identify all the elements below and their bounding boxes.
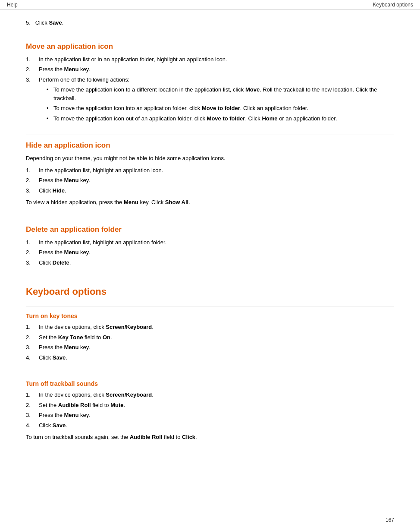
step-text: Press the Menu key. xyxy=(39,248,394,257)
step-2: 2. Set the Key Tone field to On. xyxy=(26,333,394,342)
step-num: 4. xyxy=(26,353,39,362)
section-title-delete-app-folder: Delete an application folder xyxy=(26,225,394,234)
step-num: 3. xyxy=(26,76,39,84)
menu-bold: Menu xyxy=(64,249,79,256)
step-4: 4. Click Save. xyxy=(26,421,394,430)
step-num: 2. xyxy=(26,65,39,74)
hide-app-icon-steps: 1. In the application list, highlight an… xyxy=(26,166,394,195)
page-header: Help Keyboard options xyxy=(0,0,420,10)
subsection-title-key-tones: Turn on key tones xyxy=(26,312,394,319)
on-bold: On xyxy=(103,334,110,341)
bullet-2: • To move the application icon into an a… xyxy=(47,104,394,113)
hide-bold: Hide xyxy=(53,187,65,194)
page-number: 167 xyxy=(386,517,394,523)
step-4: 4. Click Save. xyxy=(26,353,394,362)
step-num: 3. xyxy=(26,186,39,195)
step-3: 3. Press the Menu key. xyxy=(26,411,394,420)
hide-icon-note: Depending on your theme, you might not b… xyxy=(26,154,394,163)
step-num: 1. xyxy=(26,55,39,64)
subsection-trackball-sounds: Turn off trackball sounds 1. In the devi… xyxy=(26,380,394,442)
screen-keyboard-bold: Screen/Keyboard xyxy=(106,391,152,398)
step-3: 3. Click Delete. xyxy=(26,259,394,267)
section-divider-3 xyxy=(26,219,394,219)
bullet-marker: • xyxy=(47,114,53,123)
step-1: 1. In the device options, click Screen/K… xyxy=(26,391,394,399)
step-2: 2. Press the Menu key. xyxy=(26,65,394,74)
step-text: Set the Audible Roll field to Mute. xyxy=(39,401,394,410)
subsection-key-tones: Turn on key tones 1. In the device optio… xyxy=(26,312,394,362)
move-app-icon-bullets: • To move the application icon to a diff… xyxy=(47,85,394,123)
move-bold: Move xyxy=(245,86,260,93)
menu-bold: Menu xyxy=(64,66,79,73)
section-delete-app-folder: Delete an application folder 1. In the a… xyxy=(26,225,394,267)
hide-icon-footer-note: To view a hidden application, press the … xyxy=(26,198,394,207)
step-num: 1. xyxy=(26,391,39,399)
step-text: Click Hide. xyxy=(39,186,394,195)
step-num: 3. xyxy=(26,259,39,267)
step-num: 3. xyxy=(26,411,39,420)
bullet-marker: • xyxy=(47,104,53,113)
show-all-bold: Show All xyxy=(165,199,188,205)
key-tones-steps: 1. In the device options, click Screen/K… xyxy=(26,323,394,362)
section-divider-4 xyxy=(26,279,394,279)
bullet-1: • To move the application icon to a diff… xyxy=(47,85,394,102)
step-num: 1. xyxy=(26,166,39,175)
menu-bold: Menu xyxy=(64,412,79,418)
move-to-folder-bold-2: Move to folder xyxy=(207,115,245,122)
bullet-marker: • xyxy=(47,85,53,102)
step-num: 2. xyxy=(26,248,39,257)
keyboard-options-title: Keyboard options xyxy=(26,286,394,297)
intro-save-bold: Save xyxy=(49,19,62,26)
mute-bold: Mute xyxy=(110,402,123,408)
subsection-title-trackball-sounds: Turn off trackball sounds xyxy=(26,380,394,387)
section-divider-6 xyxy=(26,374,394,374)
audible-roll-bold: Audible Roll xyxy=(58,402,91,408)
save-bold: Save xyxy=(53,354,66,361)
step-text: Press the Menu key. xyxy=(39,343,394,352)
step-text: In the device options, click Screen/Keyb… xyxy=(39,323,394,331)
step-3: 3. Press the Menu key. xyxy=(26,343,394,352)
step-1: 1. In the device options, click Screen/K… xyxy=(26,323,394,331)
menu-bold: Menu xyxy=(64,177,79,183)
screen-keyboard-bold: Screen/Keyboard xyxy=(106,324,152,330)
key-tone-bold: Key Tone xyxy=(58,334,83,341)
delete-app-folder-steps: 1. In the application list, highlight an… xyxy=(26,238,394,267)
step-2: 2. Set the Audible Roll field to Mute. xyxy=(26,401,394,410)
step-1: 1. In the application list, highlight an… xyxy=(26,166,394,175)
step-1: 1. In the application list or in an appl… xyxy=(26,55,394,64)
intro-step-num: 5. xyxy=(26,19,31,26)
step-text: Click Save. xyxy=(39,353,394,362)
keyboard-options-section: Keyboard options Turn on key tones 1. In… xyxy=(26,286,394,442)
section-title-hide-app-icon: Hide an application icon xyxy=(26,141,394,150)
section-divider-1 xyxy=(26,36,394,36)
click-bold: Click xyxy=(182,434,195,440)
header-right: Keyboard options xyxy=(373,2,413,8)
page-content: 5. Click Save. Move an application icon … xyxy=(0,10,420,471)
move-to-folder-bold: Move to folder xyxy=(202,105,240,111)
step-num: 1. xyxy=(26,323,39,331)
step-num: 4. xyxy=(26,421,39,430)
step-num: 3. xyxy=(26,343,39,352)
step-text: In the device options, click Screen/Keyb… xyxy=(39,391,394,399)
home-bold: Home xyxy=(262,115,277,122)
step-text: Click Delete. xyxy=(39,259,394,267)
section-hide-app-icon: Hide an application icon Depending on yo… xyxy=(26,141,394,207)
step-text: Press the Menu key. xyxy=(39,65,394,74)
header-left: Help xyxy=(7,2,18,8)
section-title-move-app-icon: Move an application icon xyxy=(26,42,394,51)
audible-roll-bold: Audible Roll xyxy=(130,434,163,440)
section-divider-5 xyxy=(26,306,394,306)
step-text: Perform one of the following actions: xyxy=(39,76,394,84)
step-2: 2. Press the Menu key. xyxy=(26,248,394,257)
menu-bold: Menu xyxy=(64,344,79,350)
trackball-sounds-steps: 1. In the device options, click Screen/K… xyxy=(26,391,394,429)
bullet-text: To move the application icon into an app… xyxy=(53,104,394,113)
step-text: Press the Menu key. xyxy=(39,176,394,185)
step-3: 3. Perform one of the following actions: xyxy=(26,76,394,84)
step-text: In the application list, highlight an ap… xyxy=(39,166,394,175)
bullet-text: To move the application icon to a differ… xyxy=(53,85,394,102)
step-1: 1. In the application list, highlight an… xyxy=(26,238,394,247)
step-2: 2. Press the Menu key. xyxy=(26,176,394,185)
step-text: Set the Key Tone field to On. xyxy=(39,333,394,342)
step-num: 2. xyxy=(26,401,39,410)
